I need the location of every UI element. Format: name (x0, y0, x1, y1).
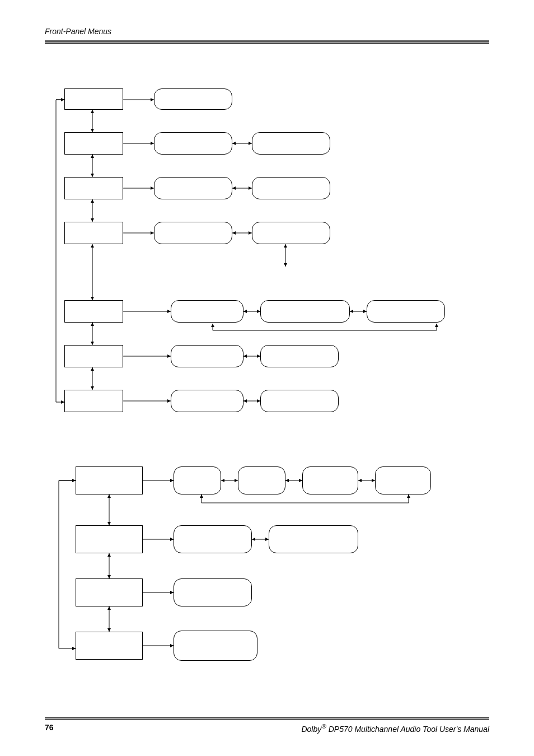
menu-option (238, 466, 285, 494)
menu-option (252, 132, 330, 155)
menu-box (64, 345, 123, 367)
menu-option (174, 525, 252, 553)
menu-option (260, 390, 339, 412)
menu-option (269, 525, 358, 553)
menu-box (76, 632, 143, 660)
page-footer: 76 Dolby® DP570 Multichannel Audio Tool … (45, 717, 489, 734)
header-rule-thick (45, 40, 489, 43)
menu-box (64, 222, 123, 244)
menu-option (260, 300, 350, 323)
menu-option (154, 177, 232, 199)
menu-option (154, 132, 232, 155)
header-rule-thin (45, 43, 489, 44)
menu-option (174, 578, 252, 606)
menu-option (174, 631, 257, 661)
menu-flow-diagram (45, 77, 489, 665)
menu-option (302, 466, 358, 494)
menu-box (76, 578, 143, 606)
menu-option (154, 88, 232, 110)
menu-option (154, 222, 232, 244)
page-number: 76 (45, 723, 54, 732)
menu-box (64, 88, 123, 110)
menu-box (76, 466, 143, 494)
menu-option (260, 345, 339, 367)
menu-box (64, 300, 123, 323)
footer-title: Dolby® DP570 Multichannel Audio Tool Use… (301, 722, 489, 734)
menu-option (367, 300, 445, 323)
menu-option (252, 177, 330, 199)
diagram-connectors (45, 77, 489, 665)
menu-box (64, 390, 123, 412)
header-label: Front-Panel Menus (45, 27, 489, 39)
menu-option (171, 300, 243, 323)
menu-option (171, 345, 243, 367)
menu-box (64, 132, 123, 155)
menu-option (375, 466, 431, 494)
menu-box (64, 177, 123, 199)
menu-option (174, 466, 221, 494)
footer-rule-thin (45, 717, 489, 718)
menu-box (76, 525, 143, 553)
footer-rule-thick (45, 718, 489, 720)
menu-option (252, 222, 330, 244)
menu-option (171, 390, 243, 412)
